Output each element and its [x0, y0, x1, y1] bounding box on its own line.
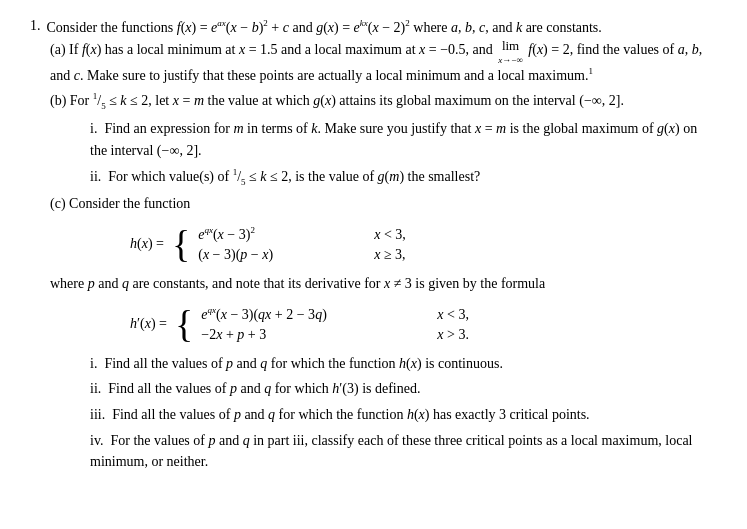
piecewise-row-2: (x − 3)(p − x) x ≥ 3,: [198, 247, 406, 263]
case1-expr: eqx(x − 3)2: [198, 225, 358, 243]
deriv-row-1: eqx(x − 3)(qx + 2 − 3q) x < 3,: [201, 305, 469, 323]
deriv-brace: {: [175, 305, 193, 343]
part-a-text: (a) If f(x) has a local minimum at x = 1…: [50, 36, 717, 87]
deriv-row-2: −2x + p + 3 x > 3.: [201, 327, 469, 343]
part-c-i: i. Find all the values of p and q for wh…: [90, 353, 717, 375]
part-c-iv: iv. For the values of p and q in part ii…: [90, 430, 717, 473]
part-c-intro: (c) Consider the function: [50, 193, 717, 215]
problem-1: 1. Consider the functions f(x) = eax(x −…: [30, 18, 717, 473]
part-c-iii: iii. Find all the values of p and q for …: [90, 404, 717, 426]
piecewise-hpx: h′(x) = { eqx(x − 3)(qx + 2 − 3q) x < 3,…: [130, 305, 717, 343]
part-c-ii: ii. Find all the values of p and q for w…: [90, 378, 717, 400]
part-b-ii-text: ii. For which value(s) of 1/5 ≤ k ≤ 2, i…: [90, 166, 717, 190]
piecewise-hx: h(x) = { eqx(x − 3)2 x < 3, (x − 3)(p − …: [130, 225, 717, 263]
part-b-ii: ii. For which value(s) of 1/5 ≤ k ≤ 2, i…: [90, 166, 717, 190]
part-b-i: i. Find an expression for m in terms of …: [90, 118, 717, 161]
problem-intro-text: Consider the functions f(x) = eax(x − b)…: [47, 18, 602, 36]
deriv1-cond: x < 3,: [437, 307, 469, 323]
hpx-label: h′(x) =: [130, 316, 167, 332]
problem-intro: 1. Consider the functions f(x) = eax(x −…: [30, 18, 717, 36]
case1-cond: x < 3,: [374, 227, 406, 243]
part-c-iv-text: iv. For the values of p and q in part ii…: [90, 430, 717, 473]
deriv2-expr: −2x + p + 3: [201, 327, 421, 343]
piecewise-brace: {: [172, 225, 190, 263]
deriv2-cond: x > 3.: [437, 327, 469, 343]
deriv-cases: eqx(x − 3)(qx + 2 − 3q) x < 3, −2x + p +…: [201, 305, 469, 343]
hx-label: h(x) =: [130, 236, 164, 252]
part-b-i-text: i. Find an expression for m in terms of …: [90, 118, 717, 161]
part-b-text: (b) For 1/5 ≤ k ≤ 2, let x = m the value…: [50, 90, 717, 114]
problem-number-label: 1.: [30, 18, 41, 36]
deriv1-expr: eqx(x − 3)(qx + 2 − 3q): [201, 305, 421, 323]
case2-expr: (x − 3)(p − x): [198, 247, 358, 263]
part-a: (a) If f(x) has a local minimum at x = 1…: [50, 36, 717, 87]
part-b: (b) For 1/5 ≤ k ≤ 2, let x = m the value…: [50, 90, 717, 189]
part-c: (c) Consider the function h(x) = { eqx(x…: [50, 193, 717, 473]
piecewise-cases: eqx(x − 3)2 x < 3, (x − 3)(p − x) x ≥ 3,: [198, 225, 406, 263]
part-c-iii-text: iii. Find all the values of p and q for …: [90, 404, 717, 426]
part-c-i-text: i. Find all the values of p and q for wh…: [90, 353, 717, 375]
piecewise-row-1: eqx(x − 3)2 x < 3,: [198, 225, 406, 243]
where-text: where p and q are constants, and note th…: [50, 273, 717, 295]
case2-cond: x ≥ 3,: [374, 247, 405, 263]
part-c-ii-text: ii. Find all the values of p and q for w…: [90, 378, 717, 400]
